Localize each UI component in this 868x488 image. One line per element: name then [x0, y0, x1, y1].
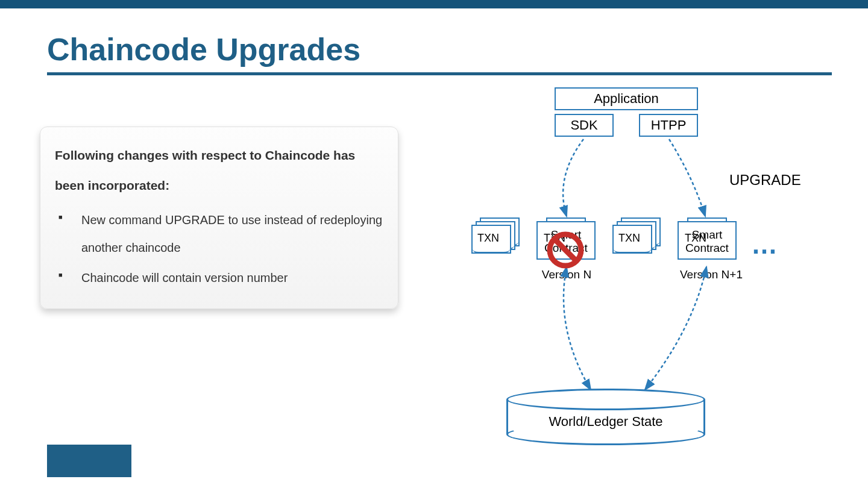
bullet-item: New command UPGRADE to use instead of re…: [55, 206, 383, 261]
bullet-item: Chaincode will contain version number: [55, 264, 383, 292]
footer-accent: [47, 445, 131, 477]
txn-label: TXN: [685, 232, 706, 245]
txn-label: TXN: [618, 232, 640, 245]
ellipsis-icon: …: [751, 230, 780, 260]
svg-line-1: [555, 239, 576, 261]
htpp-box: HTPP: [639, 114, 698, 137]
title-underline: [47, 72, 832, 75]
info-card: Following changes with respect to Chainc…: [40, 127, 398, 309]
txn-label: TXN: [477, 232, 499, 245]
world-state-cylinder: World/Ledger State: [506, 389, 705, 445]
application-label: Application: [594, 91, 659, 106]
htpp-label: HTPP: [651, 117, 687, 133]
slide-title: Chaincode Upgrades: [47, 31, 360, 67]
top-accent-bar: [0, 0, 868, 8]
sdk-label: SDK: [570, 117, 597, 133]
bullet-text: New command UPGRADE to use instead of re…: [81, 213, 382, 254]
bullet-text: Chaincode will contain version number: [81, 271, 288, 284]
upgrade-label: UPGRADE: [729, 172, 801, 189]
application-box: Application: [555, 87, 698, 110]
sdk-box: SDK: [555, 114, 614, 137]
info-bullets: New command UPGRADE to use instead of re…: [55, 206, 383, 292]
cylinder-top: [506, 389, 705, 410]
world-state-label: World/Ledger State: [506, 414, 705, 430]
prohibit-icon: [546, 231, 585, 272]
architecture-diagram: Application SDK HTPP UPGRADE TXN TXN Sma…: [464, 87, 838, 461]
version-n1-label: Version N+1: [669, 268, 753, 281]
info-intro: Following changes with respect to Chainc…: [55, 140, 383, 201]
slide: Chaincode Upgrades Following changes wit…: [0, 0, 868, 488]
